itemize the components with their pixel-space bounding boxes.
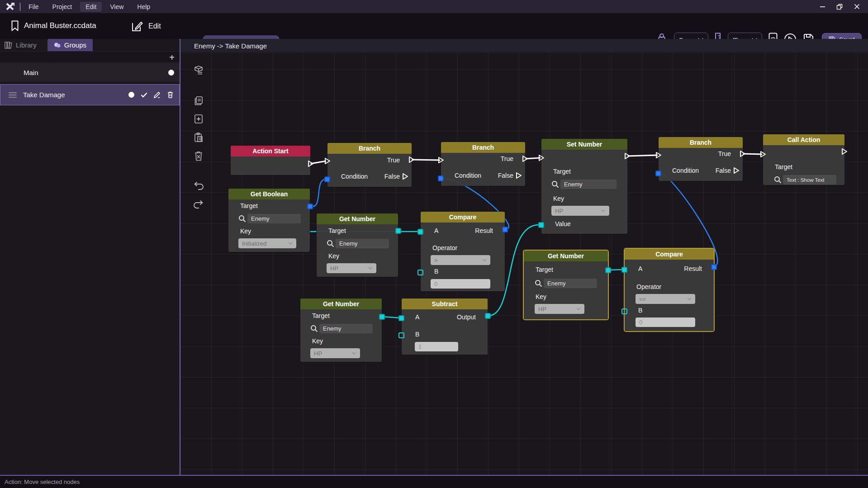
tab-groups[interactable]: Groups — [47, 39, 93, 51]
true-exec-out-pin[interactable] — [739, 150, 746, 157]
false-exec-out-pin[interactable] — [515, 172, 522, 179]
operator-dropdown[interactable]: == — [636, 294, 695, 304]
node-title: Branch — [441, 142, 525, 153]
node-title: Get Number — [317, 213, 398, 224]
b-input-pin[interactable] — [417, 270, 423, 275]
node-get-boolean[interactable]: Get Boolean Target Enemy Key Initialized — [228, 189, 310, 252]
node-branch-3[interactable]: Branch True Condition False — [659, 137, 743, 181]
node-compare-1[interactable]: Compare A Result Operator > B 0 — [421, 212, 505, 291]
node-compare-2[interactable]: Compare A Result Operator == B 0 — [625, 249, 714, 331]
window-controls — [816, 0, 868, 13]
menu-project[interactable]: Project — [47, 2, 78, 12]
menu-edit[interactable]: Edit — [80, 2, 102, 12]
exec-in-pin[interactable] — [437, 156, 445, 164]
paste-button[interactable] — [192, 131, 205, 144]
exec-out-pin[interactable] — [841, 148, 848, 155]
a-input-pin[interactable] — [621, 267, 627, 273]
exec-out-pin[interactable] — [624, 152, 631, 160]
tab-library[interactable]: Library — [0, 40, 41, 50]
exec-in-pin[interactable] — [538, 154, 545, 161]
menu-help[interactable]: Help — [132, 2, 156, 12]
exec-in-pin[interactable] — [655, 152, 662, 159]
menu-view[interactable]: View — [104, 2, 129, 12]
operator-value: == — [639, 296, 646, 303]
true-exec-out-pin[interactable] — [408, 156, 415, 163]
close-button[interactable] — [850, 1, 863, 13]
target-search-field[interactable]: Enemy — [310, 324, 374, 333]
boolean-out-pin[interactable] — [307, 204, 313, 209]
condition-pin[interactable] — [655, 171, 661, 176]
result-out-pin[interactable] — [502, 227, 508, 232]
edit-mode-button[interactable]: Edit — [131, 20, 161, 32]
delete-trash-icon[interactable] — [166, 91, 174, 98]
exec-in-pin[interactable] — [324, 157, 331, 165]
node-title: Compare — [421, 212, 505, 223]
b-value-field[interactable]: 0 — [636, 317, 695, 327]
number-out-pin[interactable] — [379, 314, 385, 320]
condition-pin[interactable] — [438, 175, 444, 181]
number-out-pin[interactable] — [605, 267, 611, 273]
key-dropdown[interactable]: Initialized — [238, 238, 296, 248]
filename-label: Animal Buster.ccdata — [24, 21, 96, 30]
node-branch-2[interactable]: Branch True Condition False — [441, 142, 525, 186]
group-item-take-damage[interactable]: Take Damage — [0, 84, 180, 105]
node-canvas[interactable]: Enemy -> Take Damage — [180, 39, 868, 475]
key-dropdown[interactable]: HP — [310, 348, 360, 358]
target-search-field[interactable]: Enemy — [551, 180, 617, 189]
a-input-pin[interactable] — [417, 229, 423, 235]
value-pin[interactable] — [538, 222, 544, 228]
maximize-button[interactable] — [833, 1, 846, 13]
node-get-number-1[interactable]: Get Number Target Enemy Key HP — [317, 213, 398, 277]
key-label: Key — [312, 337, 323, 345]
add-group-button[interactable]: + — [167, 52, 177, 62]
key-dropdown[interactable]: HP — [535, 304, 584, 314]
undo-button[interactable] — [192, 180, 205, 193]
b-value-field[interactable]: 1 — [415, 342, 458, 351]
chevron-down-icon — [482, 259, 487, 261]
node-set-number[interactable]: Set Number Target Enemy Key HP Value — [541, 139, 627, 234]
number-out-pin[interactable] — [395, 228, 401, 234]
false-exec-out-pin[interactable] — [733, 167, 740, 174]
a-input-pin[interactable] — [398, 315, 404, 321]
true-exec-out-pin[interactable] — [522, 155, 529, 162]
target-search-field[interactable]: Enemy — [327, 239, 390, 248]
node-call-action[interactable]: Call Action Target Text : Show Text — [763, 134, 844, 185]
b-input-pin[interactable] — [621, 308, 627, 314]
b-input-pin[interactable] — [398, 332, 404, 338]
node-action-start[interactable]: Action Start — [231, 146, 310, 175]
condition-pin[interactable] — [324, 176, 330, 182]
false-exec-out-pin[interactable] — [402, 173, 409, 180]
node-get-number-2[interactable]: Get Number Target Enemy Key HP — [524, 251, 608, 319]
rename-pencil-icon[interactable] — [153, 91, 161, 98]
node-branch-1[interactable]: Branch True Condition False — [327, 143, 412, 187]
key-dropdown[interactable]: HP — [327, 263, 376, 273]
a-label: A — [434, 227, 438, 234]
exec-in-pin[interactable] — [759, 151, 767, 158]
confirm-check-icon[interactable] — [140, 92, 147, 98]
group-item-main[interactable]: Main — [0, 63, 180, 82]
delete-button[interactable] — [192, 149, 205, 163]
add-node-button[interactable] — [192, 112, 205, 126]
key-dropdown[interactable]: HP — [551, 206, 609, 216]
result-out-pin[interactable] — [711, 264, 717, 270]
node-library-button[interactable] — [192, 63, 205, 77]
key-label: Key — [328, 252, 339, 260]
status-dot-icon — [168, 70, 174, 76]
node-get-number-3[interactable]: Get Number Target Enemy Key HP — [300, 298, 382, 362]
copy-button[interactable] — [192, 94, 205, 107]
redo-button[interactable] — [192, 198, 205, 212]
output-pin[interactable] — [485, 313, 491, 319]
target-search-field[interactable]: Text : Show Text — [774, 175, 837, 185]
status-dot-icon — [128, 92, 134, 98]
key-value: HP — [314, 350, 322, 357]
target-search-field[interactable]: Enemy — [535, 279, 598, 288]
minimize-button[interactable] — [816, 1, 829, 13]
b-value-field[interactable]: 0 — [431, 279, 490, 289]
drag-handle-icon[interactable] — [9, 92, 17, 98]
exec-out-pin[interactable] — [307, 160, 314, 167]
operator-dropdown[interactable]: > — [431, 255, 490, 265]
b-value: 1 — [418, 343, 422, 350]
target-search-field[interactable]: Enemy — [238, 214, 302, 223]
node-subtract[interactable]: Subtract A Output B 1 — [402, 298, 488, 355]
menu-file[interactable]: File — [23, 2, 44, 12]
